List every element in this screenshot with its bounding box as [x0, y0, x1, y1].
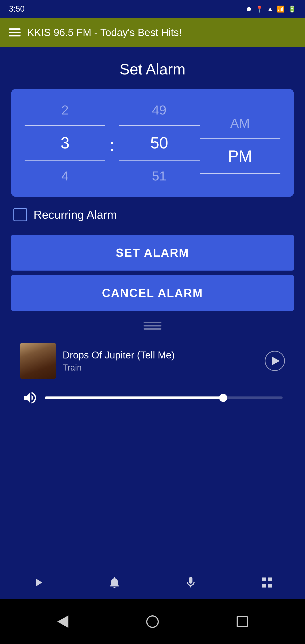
station-title: KKIS 96.5 FM - Today's Best Hits! [27, 26, 182, 38]
hours-below: 4 [62, 164, 69, 188]
nav-item-grid[interactable] [255, 570, 279, 595]
record-icon: ⏺ [246, 5, 252, 13]
hours-bottom-line [24, 160, 105, 160]
recents-icon [236, 616, 248, 627]
minutes-bottom-line [119, 160, 200, 160]
minutes-column[interactable]: 49 50 51 [119, 98, 200, 188]
minutes-top-line [119, 125, 200, 126]
track-title: Drops Of Jupiter (Tell Me) [62, 350, 258, 361]
nav-item-notifications[interactable] [102, 570, 127, 595]
recents-button[interactable] [233, 613, 251, 630]
volume-icon-box [22, 390, 38, 406]
play-pause-button[interactable] [265, 351, 285, 371]
signal-icon: 📶 [277, 5, 285, 13]
volume-fill [45, 396, 223, 399]
track-artist: Train [62, 363, 258, 372]
minutes-above: 49 [152, 98, 166, 122]
grid-nav-icon [259, 575, 275, 590]
volume-bar[interactable] [45, 396, 283, 399]
volume-row [11, 386, 294, 410]
status-icons: ⏺ 📍 ▲ 📶 🔋 [246, 5, 296, 13]
hours-above: 2 [62, 98, 69, 122]
track-info: Drops Of Jupiter (Tell Me) Train [62, 350, 258, 372]
volume-icon [22, 390, 38, 406]
android-nav-bar [0, 599, 305, 644]
status-time: 3:50 [9, 4, 24, 14]
bottom-nav [0, 566, 305, 599]
wifi-icon: ▲ [267, 5, 273, 12]
home-button[interactable] [144, 613, 162, 630]
play-triangle-icon [272, 356, 280, 366]
bell-nav-icon [107, 575, 122, 590]
mic-nav-icon [183, 575, 198, 590]
time-colon: : [105, 136, 119, 154]
battery-icon: 🔋 [288, 5, 296, 13]
volume-thumb[interactable] [219, 394, 227, 402]
recurring-alarm-row[interactable]: Recurring Alarm [11, 208, 294, 222]
cancel-alarm-button[interactable]: CANCEL ALARM [11, 275, 294, 311]
hours-column[interactable]: 2 3 4 [24, 98, 105, 188]
back-icon [57, 616, 68, 628]
minutes-below: 51 [152, 164, 166, 188]
nav-item-play[interactable] [26, 570, 50, 595]
ampm-top-line [200, 138, 280, 139]
set-alarm-button[interactable]: SET ALARM [11, 235, 294, 270]
nav-item-mic[interactable] [178, 570, 203, 595]
recurring-alarm-label: Recurring Alarm [34, 208, 117, 222]
time-picker-container: 2 3 4 : 49 50 51 AM PM [11, 89, 294, 197]
play-icon [265, 351, 285, 371]
ampm-above: AM [230, 111, 250, 135]
now-playing-bar: Drops Of Jupiter (Tell Me) Train [11, 336, 294, 386]
status-bar: 3:50 ⏺ 📍 ▲ 📶 🔋 [0, 0, 305, 18]
album-art [20, 343, 56, 379]
main-content: Set Alarm 2 3 4 : 49 50 51 [0, 47, 305, 410]
home-icon [146, 616, 159, 628]
ampm-bottom-line [200, 173, 280, 174]
hours-selected: 3 [60, 129, 70, 156]
ampm-selected: PM [228, 142, 252, 170]
play-nav-icon [30, 575, 46, 590]
drag-handle [11, 322, 294, 330]
top-bar: KKIS 96.5 FM - Today's Best Hits! [0, 18, 305, 47]
minutes-selected: 50 [150, 129, 168, 156]
menu-button[interactable] [9, 28, 20, 36]
page-title: Set Alarm [11, 60, 294, 78]
recurring-alarm-checkbox[interactable] [14, 208, 27, 222]
location-icon: 📍 [256, 5, 264, 13]
ampm-column[interactable]: AM PM [200, 111, 280, 175]
back-button[interactable] [54, 613, 72, 630]
hours-top-line [24, 125, 105, 126]
time-picker[interactable]: 2 3 4 : 49 50 51 AM PM [24, 98, 280, 188]
album-art-image [20, 343, 56, 379]
